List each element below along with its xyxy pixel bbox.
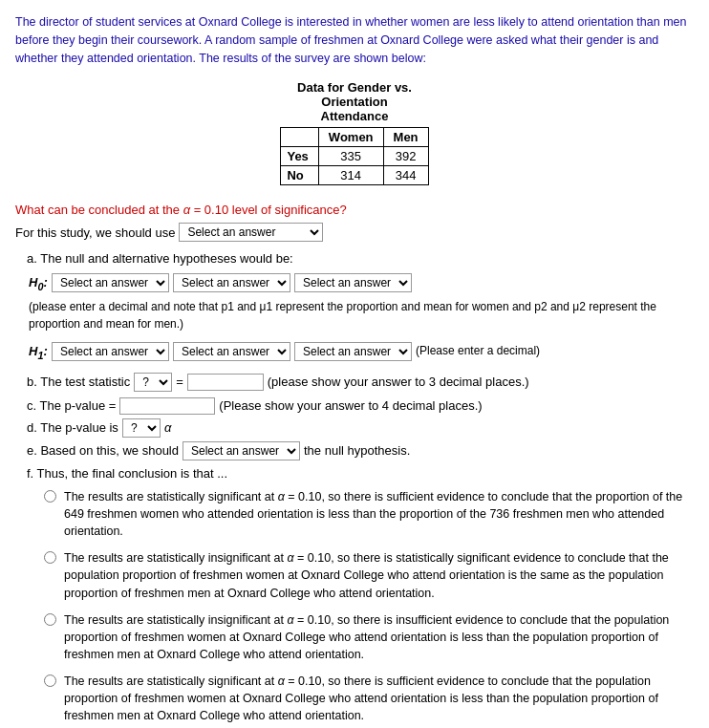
radio-option-1: The results are statistically significan… [44,488,694,540]
alpha-label: α [164,420,171,435]
part-e-row: e. Based on this, we should Select an an… [27,441,694,460]
table-cell-no-label: No [281,166,318,185]
table-header-men: Men [383,128,428,147]
table-cell-no-women: 314 [318,166,383,185]
table-cell-yes-men: 392 [383,147,428,166]
intro-paragraph: The director of student services at Oxna… [15,13,694,67]
radio-4[interactable] [44,674,56,687]
for-study-row: For this study, we should use Select an … [15,223,694,242]
part-c-label: c. The p-value = [27,398,116,413]
h1-symbol: H1: [29,342,48,363]
radio-option-4: The results are statistically significan… [44,673,694,724]
table-cell-no-men: 344 [383,166,428,185]
pvalue-input[interactable] [119,397,215,415]
radio-options-section: The results are statistically significan… [44,488,694,725]
h1-block: H1: Select an answer p1 μ1 Select an ans… [29,342,694,363]
part-d-label: d. The p-value is [27,420,118,435]
h0-select-3[interactable]: Select an answer p2 μ2 [294,273,412,292]
radio-1[interactable] [44,490,56,503]
test-statistic-input[interactable] [187,374,264,391]
h1-note: (Please enter a decimal) [416,342,540,359]
radio-3[interactable] [44,613,56,626]
data-table-section: Data for Gender vs. Orientation Attendan… [15,80,694,185]
parts-section: b. The test statistic ? z t = (please sh… [27,373,694,481]
h1-select-3[interactable]: Select an answer p2 μ2 [294,342,412,361]
part-f-row: f. Thus, the final conclusion is that ..… [27,466,694,481]
radio-2[interactable] [44,551,56,564]
table-cell-yes-women: 335 [318,147,383,166]
radio-3-text: The results are statistically insignific… [64,611,694,663]
for-study-prefix: For this study, we should use [15,225,175,240]
part-a-label: a. The null and alternative hypotheses w… [27,251,694,266]
table-row: No 314 344 [281,166,428,185]
part-b-note: (please show your answer to 3 decimal pl… [268,375,529,389]
part-e-label: e. Based on this, we should [27,443,179,458]
part-e-suffix: the null hypothesis. [304,443,410,458]
part-f-label: f. Thus, the final conclusion is that ..… [27,466,227,481]
conclusion-select[interactable]: Select an answer reject fail to reject [183,441,300,460]
table-header-empty [281,128,318,147]
h0-block: H0: Select an answer p1 μ1 Select an ans… [29,273,694,332]
significance-question: What can be concluded at the α = 0.10 le… [15,203,694,217]
pvalue-comparison-select[interactable]: ? ≤ > [122,418,161,438]
table-header-women: Women [318,128,383,147]
part-b-row: b. The test statistic ? z t = (please sh… [27,373,694,392]
part-c-note: (Please show your answer to 4 decimal pl… [219,398,482,413]
data-table: Women Men Yes 335 392 No 314 344 [280,127,428,185]
h1-select-2[interactable]: Select an answer = ≠ < > ≤ ≥ [173,342,290,361]
table-cell-yes-label: Yes [281,147,318,166]
radio-4-text: The results are statistically significan… [64,673,694,724]
part-c-row: c. The p-value = (Please show your answe… [27,397,694,415]
h0-select-2[interactable]: Select an answer = ≠ < > ≤ ≥ [173,273,290,292]
radio-1-text: The results are statistically significan… [64,488,694,540]
h1-select-1[interactable]: Select an answer p1 μ1 [52,342,169,361]
radio-option-3: The results are statistically insignific… [44,611,694,663]
h0-symbol: H0: [29,273,48,294]
h0-select-1[interactable]: Select an answer p1 μ1 [52,273,169,292]
h0-note: (please enter a decimal and note that p1… [29,298,694,332]
part-d-row: d. The p-value is ? ≤ > α [27,418,694,438]
part-b-label: b. The test statistic [27,375,130,389]
table-title: Data for Gender vs. Orientation Attendan… [15,80,694,123]
equals-sign: = [176,375,183,389]
radio-2-text: The results are statistically insignific… [64,549,694,601]
test-statistic-type-select[interactable]: ? z t [134,373,172,392]
study-type-select[interactable]: Select an answer a one-proportion z-test… [179,223,323,242]
radio-option-2: The results are statistically insignific… [44,549,694,601]
table-row: Yes 335 392 [281,147,428,166]
